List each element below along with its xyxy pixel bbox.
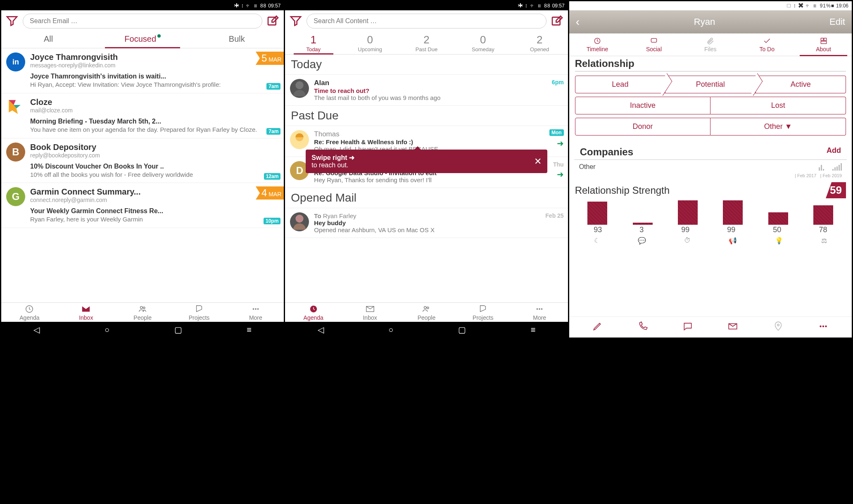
email-sender: Garmin Connect Summary... — [30, 187, 279, 197]
edit-icon[interactable] — [592, 321, 603, 333]
menu-icon[interactable]: ≡ — [247, 325, 252, 335]
status-icons: ✱ ⋮ ᯤ ⫴ 88 — [234, 3, 267, 9]
recent-icon[interactable]: ▢ — [174, 325, 182, 335]
mail-icon[interactable] — [727, 321, 738, 333]
filter-icon[interactable] — [289, 14, 302, 28]
location-icon[interactable] — [773, 321, 784, 333]
section-pastdue: Past Due — [285, 106, 568, 126]
stage-lead[interactable]: Lead — [575, 76, 665, 93]
email-item[interactable]: B Book Depository reply@bookdepository.c… — [1, 138, 284, 183]
nav-people[interactable]: People — [114, 304, 171, 321]
nav-more[interactable]: More — [511, 304, 568, 321]
stage-other[interactable]: Other ▼ — [710, 118, 846, 136]
companies-heading: CompaniesAdd — [574, 143, 847, 160]
stage-donor[interactable]: Donor — [575, 118, 711, 136]
status-bar: ⬚ ⋮ ✖ ᯤ ⫴ 91%■ 19:06 — [569, 1, 852, 10]
tab-timeline[interactable]: Timeline — [569, 33, 626, 56]
menu-icon[interactable]: ≡ — [531, 325, 536, 335]
email-subject: Joyce Thamrongvisith's invitation is wai… — [30, 73, 279, 80]
relationship-stage: Lead Potential Active Inactive Lost Dono… — [569, 71, 852, 143]
compose-icon[interactable] — [266, 14, 280, 28]
email-address: reply@bookdepository.com — [30, 152, 279, 159]
agenda-item[interactable]: Alan Time to reach out? The last mail to… — [285, 75, 568, 106]
add-company-button[interactable]: Add — [827, 146, 841, 155]
stage-potential[interactable]: Potential — [665, 76, 756, 93]
tab-todo[interactable]: To Do — [739, 33, 795, 56]
recent-icon[interactable]: ▢ — [458, 325, 466, 335]
stage-active[interactable]: Active — [756, 76, 846, 93]
strength-icons: ☾💬⏱📢💡⚖ — [569, 235, 852, 246]
stat-upcoming[interactable]: 0Upcoming — [342, 32, 398, 54]
email-preview: Ryan Farley, here is your Weekly Garmin — [30, 216, 279, 223]
strength-values: 93399995078 — [569, 225, 852, 235]
stat-someday[interactable]: 0Someday — [455, 32, 511, 54]
email-list[interactable]: in Joyce Thamrongvisith messages-noreply… — [1, 48, 284, 302]
screen-profile: ⬚ ⋮ ✖ ᯤ ⫴ 91%■ 19:06 ‹ Ryan Edit Timelin… — [569, 1, 852, 338]
stopwatch-icon: ⏱ — [684, 237, 691, 245]
avatar — [290, 130, 309, 149]
search-input[interactable] — [307, 14, 546, 29]
stage-lost[interactable]: Lost — [710, 97, 846, 114]
scale-icon: ⚖ — [821, 237, 827, 245]
tab-about[interactable]: About — [795, 33, 852, 56]
svg-point-4 — [253, 308, 254, 310]
nav-people[interactable]: People — [398, 304, 455, 321]
tab-social[interactable]: Social — [626, 33, 682, 56]
profile-name: Ryan — [694, 17, 715, 27]
tab-focused[interactable]: Focused — [95, 32, 190, 48]
agenda-preview: Hey Ryan, Thanks for sending this over! … — [314, 176, 563, 183]
email-item[interactable]: G Garmin Connect Summary... connect.nore… — [1, 183, 284, 228]
chat-icon[interactable] — [682, 321, 693, 333]
nav-more[interactable]: More — [227, 304, 284, 321]
email-item[interactable]: Cloze mail@cloze.com Morning Briefing - … — [1, 93, 284, 138]
back-icon[interactable]: ◁ — [33, 325, 40, 335]
android-nav-bar: ◁ ○ ▢ ≡ — [1, 322, 284, 338]
agenda-sender: Alan — [314, 79, 563, 87]
nav-projects[interactable]: Projects — [171, 304, 228, 321]
avatar: G — [6, 187, 25, 206]
tab-files[interactable]: Files — [682, 33, 739, 56]
forward-icon[interactable]: ➜ — [557, 138, 564, 148]
stat-today[interactable]: 1Today — [285, 32, 342, 54]
agenda-sender: Thomas — [314, 130, 563, 138]
stat-opened[interactable]: 2Opened — [511, 32, 568, 54]
agenda-list[interactable]: Today Alan Time to reach out? The last m… — [285, 55, 568, 302]
company-row[interactable]: Other — [569, 160, 852, 173]
email-preview: 10% off all the books you wish for - Fre… — [30, 171, 279, 179]
sparkline-icon — [832, 162, 842, 171]
home-icon[interactable]: ○ — [388, 325, 393, 335]
tab-all[interactable]: All — [1, 32, 95, 48]
filter-icon[interactable] — [5, 14, 19, 28]
svg-rect-20 — [821, 38, 823, 40]
more-icon[interactable] — [818, 321, 829, 333]
forward-icon[interactable]: ➜ — [557, 169, 564, 179]
nav-inbox[interactable]: Inbox — [58, 304, 114, 321]
nav-projects[interactable]: Projects — [455, 304, 511, 321]
agenda-subject: Hey buddy — [314, 219, 563, 226]
close-icon[interactable]: ✕ — [534, 156, 542, 167]
nav-agenda[interactable]: Agenda — [1, 304, 58, 321]
edit-button[interactable]: Edit — [829, 17, 845, 27]
compose-icon[interactable] — [551, 14, 564, 28]
back-icon[interactable]: ‹ — [576, 15, 580, 29]
home-icon[interactable]: ○ — [105, 325, 109, 335]
svg-point-26 — [822, 326, 824, 327]
nav-inbox[interactable]: Inbox — [342, 304, 398, 321]
svg-rect-21 — [824, 38, 826, 40]
email-address: mail@cloze.com — [30, 107, 279, 114]
screen-inbox: ✱ ⋮ ᯤ ⫴ 88 09:57 All Focused Bulk in Joy… — [1, 1, 284, 338]
email-sender: Joyce Thamrongvisith — [30, 52, 279, 62]
svg-point-8 — [296, 81, 304, 89]
agenda-item[interactable]: To Ryan Farley Hey buddy Opened near Ash… — [285, 208, 568, 238]
email-item[interactable]: in Joyce Thamrongvisith messages-noreply… — [1, 48, 284, 93]
date-ribbon: 5 MAR — [256, 52, 284, 65]
stage-inactive[interactable]: Inactive — [575, 97, 711, 114]
agenda-preview: Opened near Ashburn, VA US on Mac OS X — [314, 226, 563, 233]
inbox-tabs: All Focused Bulk — [1, 32, 284, 48]
back-icon[interactable]: ◁ — [318, 325, 324, 335]
stat-pastdue[interactable]: 2Past Due — [398, 32, 455, 54]
call-icon[interactable] — [637, 321, 648, 333]
nav-agenda[interactable]: Agenda — [285, 304, 342, 321]
search-input[interactable] — [23, 14, 262, 29]
tab-bulk[interactable]: Bulk — [190, 32, 284, 48]
